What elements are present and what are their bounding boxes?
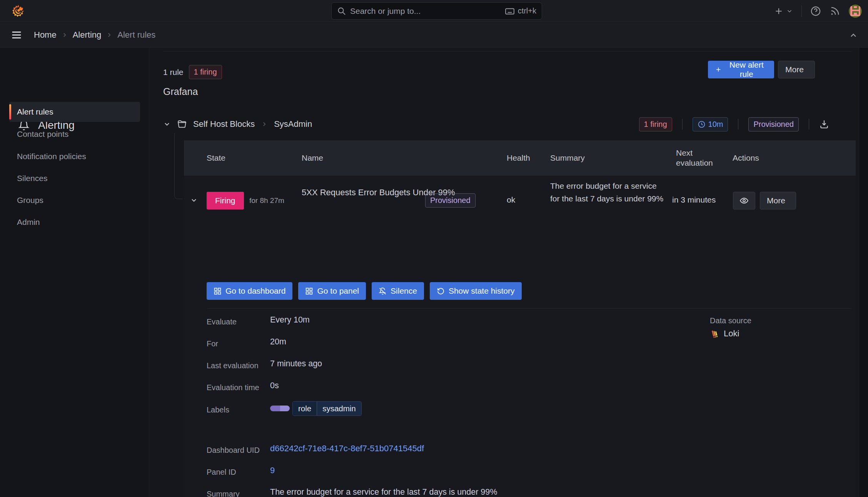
sidebar-item-label: Notification policies: [17, 152, 86, 161]
detail-key: Dashboard UID: [207, 444, 260, 457]
column-actions: Actions: [733, 140, 759, 176]
label-chip[interactable]: role sysadmin: [292, 401, 362, 416]
silence-button[interactable]: Silence: [372, 282, 424, 300]
chevron-down-icon[interactable]: [163, 120, 171, 128]
firing-count-badge: 1 firing: [189, 65, 222, 79]
folder-name-label[interactable]: Self Host Blocks: [193, 119, 255, 129]
sidebar-item-alert-rules[interactable]: Alert rules: [9, 102, 140, 122]
detail-key: Last evaluation: [207, 359, 259, 372]
detail-key: Labels: [207, 404, 229, 416]
group-provisioned-badge: Provisioned: [748, 117, 799, 131]
panel-id-link[interactable]: 9: [270, 465, 275, 475]
breadcrumb-bar: Home Alerting Alert rules: [0, 22, 868, 48]
collapse-row-icon[interactable]: [190, 196, 198, 204]
export-icon[interactable]: [819, 119, 829, 129]
user-avatar[interactable]: [849, 5, 862, 18]
news-rss-icon[interactable]: [830, 6, 840, 17]
menu-toggle-icon[interactable]: [11, 29, 22, 41]
help-icon[interactable]: [810, 6, 821, 17]
plus-icon: [774, 6, 784, 16]
sidebar-item-label: Admin: [17, 218, 40, 227]
tree-indent-guide: [174, 133, 183, 199]
rule-next-evaluation: in 3 minutes: [672, 195, 716, 204]
view-rule-button[interactable]: [733, 192, 755, 209]
topbar-divider: [801, 5, 802, 17]
state-duration: for 8h 27m: [249, 196, 284, 205]
rule-more-button[interactable]: More: [760, 192, 796, 209]
panel-grid-icon: [305, 287, 313, 295]
breadcrumb: Home Alerting Alert rules: [34, 22, 155, 48]
detail-value-last-evaluation: 7 minutes ago: [270, 359, 322, 369]
global-search-box[interactable]: ctrl+k: [331, 2, 542, 20]
sidebar-item-label: Contact points: [17, 130, 68, 139]
grafana-logo-icon[interactable]: [11, 4, 25, 18]
column-health: Health: [507, 140, 530, 176]
breadcrumb-alerting[interactable]: Alerting: [73, 30, 102, 40]
detail-value-evaluate: Every 10m: [270, 315, 310, 325]
group-interval-badge: 10m: [693, 117, 728, 131]
go-to-panel-button[interactable]: Go to panel: [298, 282, 366, 300]
new-alert-rule-label: New alert rule: [726, 60, 767, 79]
label-color-pill: [270, 406, 290, 411]
group-firing-badge: 1 firing: [639, 117, 672, 131]
history-icon: [437, 287, 445, 295]
silence-label: Silence: [391, 286, 417, 296]
more-actions-button[interactable]: More: [778, 61, 815, 78]
dashboard-grid-icon: [214, 287, 222, 295]
search-input[interactable]: [350, 7, 501, 16]
rule-provisioned-badge: Provisioned: [425, 193, 476, 208]
divider: [682, 119, 683, 130]
detail-key: For: [207, 337, 218, 350]
go-to-dashboard-button[interactable]: Go to dashboard: [207, 282, 292, 300]
plus-icon: [715, 65, 722, 74]
rule-summary-text: The error budget for a service for the l…: [550, 180, 664, 205]
loki-icon: [710, 329, 720, 339]
scrollbar-track[interactable]: [859, 48, 868, 497]
more-label: More: [767, 196, 785, 205]
chevron-down-icon: [786, 8, 793, 15]
sidebar-item-label: Groups: [17, 196, 43, 205]
chevron-right-icon: [261, 121, 268, 128]
divider: [163, 51, 852, 52]
show-state-history-label: Show state history: [449, 286, 515, 296]
divider: [738, 119, 738, 130]
column-name: Name: [302, 140, 323, 176]
more-label: More: [785, 65, 804, 74]
sidebar-item-contact-points[interactable]: Contact points: [9, 124, 140, 144]
rule-count-label: 1 rule: [163, 68, 184, 77]
detail-key: Evaluate: [207, 316, 237, 328]
show-state-history-button[interactable]: Show state history: [430, 282, 522, 300]
detail-value-evaluation-time: 0s: [270, 381, 279, 391]
alert-rules-content: 1 rule 1 firing New alert rule More Graf…: [150, 48, 859, 497]
sidebar-item-admin[interactable]: Admin: [9, 212, 140, 232]
chevron-right-icon: [61, 32, 68, 38]
label-value: sysadmin: [317, 402, 361, 416]
detail-value-summary: The error budget for a service for the l…: [270, 487, 497, 497]
alerting-sidebar: Alerting Alert rules Contact points Noti…: [0, 48, 149, 497]
top-navigation-bar: ctrl+k: [0, 0, 868, 22]
data-source-name: Loki: [724, 329, 739, 339]
keyboard-icon: [505, 6, 515, 16]
clock-icon: [698, 120, 706, 128]
search-icon: [337, 7, 346, 16]
new-alert-rule-button[interactable]: New alert rule: [708, 61, 774, 78]
rule-group-header[interactable]: Self Host Blocks SysAdmin: [163, 119, 312, 129]
group-name-label[interactable]: SysAdmin: [274, 119, 312, 129]
sidebar-item-notification-policies[interactable]: Notification policies: [9, 146, 140, 166]
rule-health: ok: [507, 195, 515, 204]
datasource-section-label: Grafana: [163, 86, 198, 97]
detail-key: Summary: [207, 488, 240, 497]
search-shortcut-label: ctrl+k: [518, 7, 536, 15]
column-state: State: [207, 140, 225, 176]
folder-icon: [177, 119, 187, 129]
sidebar-item-silences[interactable]: Silences: [9, 168, 140, 188]
label-key: role: [293, 402, 317, 416]
breadcrumb-home[interactable]: Home: [34, 30, 57, 40]
search-shortcut: ctrl+k: [505, 6, 536, 16]
sidebar-item-label: Alert rules: [17, 107, 53, 116]
add-new-button[interactable]: [774, 6, 793, 16]
collapse-header-icon[interactable]: [849, 31, 858, 40]
eye-icon: [739, 196, 749, 205]
dashboard-uid-link[interactable]: d66242cf-71e8-417c-8ef7-51b0741545df: [270, 444, 424, 454]
sidebar-item-groups[interactable]: Groups: [9, 190, 140, 210]
